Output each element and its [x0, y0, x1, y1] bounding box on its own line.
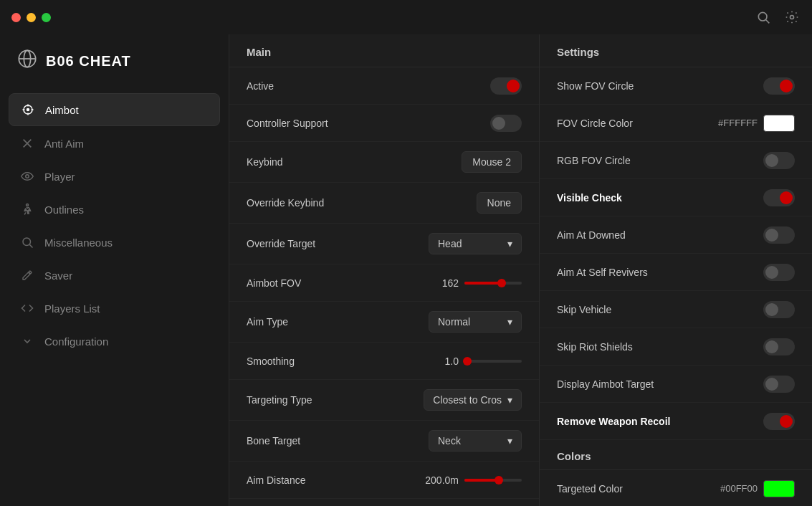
sidebar-item-miscellaneous[interactable]: Miscellaneous [9, 226, 220, 258]
dropdown-bone-target[interactable]: Neck ▾ [429, 430, 522, 452]
row-targeted-color: Targeted Color #00FF00 [540, 470, 812, 506]
color-row-fov: #FFFFFF [718, 115, 795, 132]
code-icon [20, 301, 34, 315]
hex-targeted-color: #00FF00 [720, 483, 758, 494]
minimize-button[interactable] [27, 13, 36, 22]
sidebar-item-outlines[interactable]: Outlines [9, 194, 220, 225]
toggle-aim-at-downed[interactable] [763, 226, 795, 244]
row-show-fov-circle: Show FOV Circle [540, 67, 812, 105]
dropdown-targeting-type[interactable]: Closest to Cros ▾ [424, 389, 522, 411]
toggle-skip-vehicle[interactable] [763, 301, 795, 318]
dropdown-aim-type[interactable]: Normal ▾ [429, 311, 522, 333]
sidebar-item-player[interactable]: Player [9, 161, 220, 192]
toggle-dot-active [507, 80, 520, 92]
crosshair-icon [21, 102, 35, 117]
row-keybind: Keybind Mouse 2 [229, 142, 539, 183]
value-override-keybind[interactable]: None [477, 192, 522, 214]
dropdown-override-target[interactable]: Head ▾ [429, 233, 522, 254]
sidebar-label-aimbot: Aimbot [45, 104, 79, 116]
sidebar-label-outlines: Outlines [44, 204, 84, 216]
slider-aimbot-fov: 162 [430, 277, 522, 289]
row-skip-riot-shields: Skip Riot Shields [540, 328, 812, 366]
sidebar-label-players-list: Players List [44, 302, 100, 315]
swatch-fov-circle-color[interactable] [763, 115, 795, 132]
slider-aim-distance: 200.0m [425, 474, 522, 486]
toggle-dot-skip-vehicle [765, 303, 778, 316]
value-aim-distance: 200.0m [425, 474, 459, 486]
row-override-target: Override Target Head ▾ [229, 224, 539, 264]
label-remove-weapon-recoil: Remove Weapon Recoil [557, 416, 670, 427]
label-aim-at-downed: Aim At Downed [557, 229, 626, 241]
svg-point-16 [23, 238, 31, 246]
label-targeting-type: Targeting Type [247, 394, 312, 406]
sidebar-label-miscellaneous: Miscellaneous [44, 237, 113, 249]
toggle-active[interactable] [490, 77, 522, 95]
value-smoothing: 1.0 [430, 355, 459, 367]
nav-items: Aimbot Anti Aim Player [0, 87, 229, 506]
sidebar: B06 CHEAT Aimbot [0, 34, 229, 506]
chevron-down-icon-aim-type: ▾ [507, 316, 512, 328]
close-button[interactable] [11, 13, 21, 22]
row-aimbot-fov: Aimbot FOV 162 [229, 264, 539, 302]
sidebar-item-aimbot[interactable]: Aimbot [9, 93, 220, 126]
toggle-controller-support[interactable] [490, 115, 522, 132]
main-panel-header: Main [229, 34, 539, 67]
toggle-rgb-fov-circle[interactable] [763, 152, 795, 169]
svg-point-11 [27, 109, 29, 111]
toggle-show-fov-circle[interactable] [763, 77, 795, 95]
toggle-skip-riot-shields[interactable] [763, 338, 795, 355]
toggle-display-aimbot-target[interactable] [763, 376, 795, 393]
search-icon[interactable] [755, 9, 772, 26]
row-display-aimbot-target: Display Aimbot Target [540, 366, 812, 403]
row-fov-circle-color: FOV Circle Color #FFFFFF [540, 105, 812, 142]
label-override-target: Override Target [247, 238, 315, 249]
content-area: Main Active Controller Support Keybind M… [229, 34, 812, 506]
svg-line-17 [29, 244, 32, 247]
sidebar-label-saver: Saver [44, 269, 72, 282]
maximize-button[interactable] [42, 13, 51, 22]
label-visible-check: Visible Check [557, 192, 622, 204]
sidebar-label-anti-aim: Anti Aim [44, 138, 84, 150]
track-aim-distance[interactable] [464, 479, 522, 482]
label-fov-circle-color: FOV Circle Color [557, 118, 633, 129]
row-aim-distance: Aim Distance 200.0m [229, 462, 539, 499]
gear-icon[interactable] [783, 9, 801, 26]
toggle-dot-fov-circle [780, 80, 793, 92]
label-aim-at-self-revivers: Aim At Self Revivers [557, 267, 648, 278]
x-icon [20, 136, 34, 151]
sidebar-item-players-list[interactable]: Players List [9, 292, 220, 324]
settings-panel-header: Settings [540, 34, 812, 67]
thumb-aim-distance [495, 476, 503, 484]
hex-fov-circle-color: #FFFFFF [718, 118, 758, 128]
svg-line-1 [766, 20, 770, 24]
label-show-fov-circle: Show FOV Circle [557, 80, 634, 92]
sidebar-label-player: Player [44, 171, 75, 183]
value-keybind[interactable]: Mouse 2 [462, 151, 522, 173]
toggle-remove-weapon-recoil[interactable] [763, 413, 795, 430]
colors-section-header: Colors [540, 440, 812, 470]
label-targeted-color: Targeted Color [557, 483, 623, 495]
row-controller-support: Controller Support [229, 105, 539, 142]
titlebar [0, 0, 812, 34]
toggle-visible-check[interactable] [763, 189, 795, 206]
logo-text: B06 CHEAT [46, 53, 131, 70]
swatch-targeted-color[interactable] [763, 480, 795, 497]
sidebar-item-configuration[interactable]: Configuration [9, 325, 220, 357]
row-bone-target: Bone Target Neck ▾ [229, 421, 539, 462]
sidebar-item-saver[interactable]: Saver [9, 259, 220, 291]
toggle-aim-at-self-revivers[interactable] [763, 264, 795, 281]
svg-point-14 [26, 175, 29, 178]
svg-point-0 [758, 12, 767, 21]
label-aim-type: Aim Type [247, 316, 288, 328]
label-override-keybind: Override Keybind [247, 197, 324, 209]
label-controller-support: Controller Support [247, 118, 328, 129]
logo: B06 CHEAT [0, 34, 229, 87]
thumb-smoothing [463, 357, 472, 366]
dropdown-value-aim-type: Normal [438, 316, 470, 328]
track-smoothing[interactable] [464, 360, 522, 363]
label-skip-riot-shields: Skip Riot Shields [557, 341, 633, 353]
track-aimbot-fov[interactable] [464, 282, 522, 285]
label-skip-vehicle: Skip Vehicle [557, 304, 611, 315]
label-aimbot-fov: Aimbot FOV [247, 277, 301, 289]
sidebar-item-anti-aim[interactable]: Anti Aim [9, 128, 220, 159]
